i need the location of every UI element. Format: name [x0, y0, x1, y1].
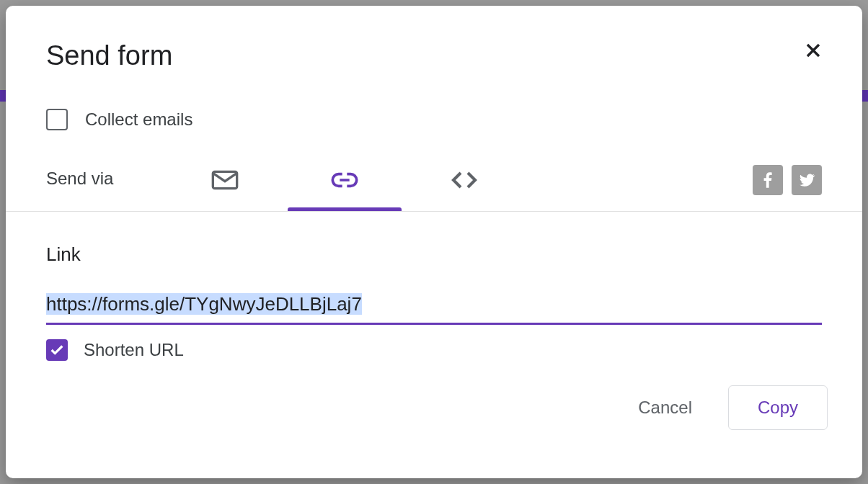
email-icon [211, 166, 239, 194]
link-panel: Link https://forms.gle/TYgNwyJeDLLBjLaj7… [6, 212, 862, 361]
send-via-tabs [165, 166, 524, 210]
facebook-icon [758, 171, 777, 189]
checkmark-icon [49, 342, 65, 358]
link-heading: Link [46, 243, 822, 266]
social-share [753, 165, 822, 211]
send-via-label: Send via [46, 169, 165, 207]
twitter-share-button[interactable] [792, 165, 822, 195]
shorten-url-row: Shorten URL [46, 339, 822, 361]
collect-emails-row: Collect emails [6, 71, 862, 130]
send-via-row: Send via [6, 130, 862, 212]
collect-emails-label: Collect emails [85, 109, 192, 130]
link-icon [330, 166, 359, 194]
close-button[interactable] [799, 36, 828, 67]
code-icon [450, 166, 479, 194]
tab-email[interactable] [165, 166, 285, 210]
dialog-title: Send form [46, 40, 172, 71]
close-icon [802, 39, 825, 62]
shorten-url-checkbox[interactable] [46, 339, 68, 361]
tab-link[interactable] [285, 166, 404, 210]
copy-button[interactable]: Copy [728, 385, 828, 430]
send-form-dialog: Send form Collect emails Send via [6, 6, 862, 478]
twitter-icon [797, 171, 816, 189]
facebook-share-button[interactable] [753, 165, 783, 195]
tab-embed[interactable] [404, 166, 524, 210]
cancel-button[interactable]: Cancel [626, 389, 704, 426]
url-value: https://forms.gle/TYgNwyJeDLLBjLaj7 [46, 293, 362, 315]
dialog-footer: Cancel Copy [6, 361, 862, 454]
shorten-url-label: Shorten URL [84, 340, 184, 360]
dialog-header: Send form [6, 6, 862, 71]
url-input[interactable]: https://forms.gle/TYgNwyJeDLLBjLaj7 [46, 293, 822, 325]
collect-emails-checkbox[interactable] [46, 109, 68, 130]
